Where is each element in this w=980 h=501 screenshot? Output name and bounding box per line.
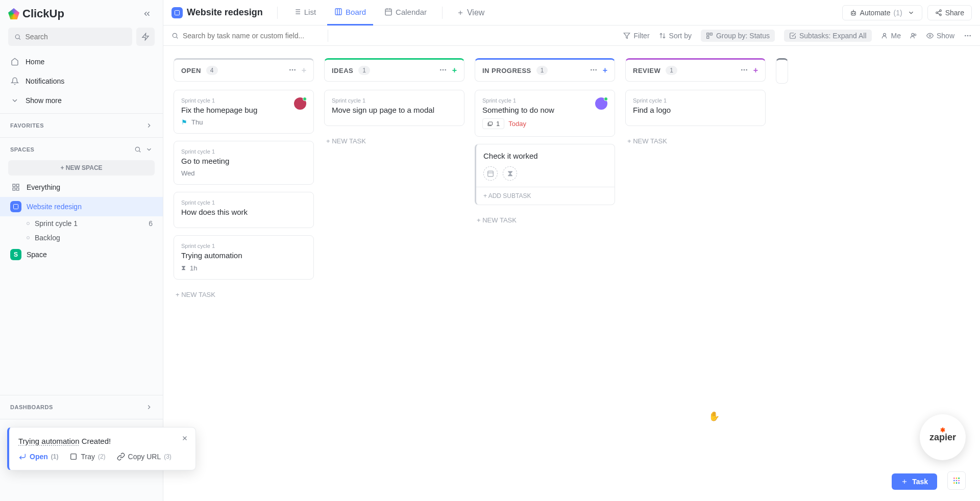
avatar[interactable] [595,97,607,110]
chevron-right-icon [145,122,153,129]
svg-point-63 [743,69,745,71]
subtask-card[interactable]: Check it worked ⧗ + ADD SUBTASK [475,144,615,205]
search-icon [172,32,179,39]
share-label: Share [945,9,964,17]
new-task-fab[interactable]: Task [892,473,937,490]
zapier-badge[interactable]: ✱ zapier [920,414,966,460]
svg-line-1 [19,38,20,39]
chevron-down-icon[interactable] [145,146,153,153]
date-button[interactable] [483,166,498,181]
show-button[interactable]: Show [926,32,954,40]
task-card[interactable]: Sprint cycle 1 Go to meeting Wed [174,141,314,185]
nav-home-label: Home [26,58,44,66]
card-tag: Sprint cycle 1 [181,148,306,155]
column-more-button[interactable] [590,66,598,75]
time-button[interactable]: ⧗ [503,166,517,181]
task-card[interactable]: Sprint cycle 1 Move sign up page to a mo… [324,90,464,126]
card-title: Go to meeting [181,157,306,165]
board[interactable]: OPEN 4 + Sprint cycle 1 Fix the homepage… [163,46,980,501]
task-card[interactable]: Sprint cycle 1 Find a logo [625,90,766,126]
list-icon [293,8,301,16]
new-space-button[interactable]: + NEW SPACE [8,160,155,176]
space-icon [10,201,21,212]
open-icon [18,453,27,461]
subtask-count[interactable]: 1 [482,118,504,129]
nav-show-more[interactable]: Show more [0,91,163,110]
dashboards-section[interactable]: DASHBOARDS [0,398,163,416]
column-add-button[interactable]: + [603,66,607,75]
home-icon [10,57,19,66]
task-card[interactable]: Sprint cycle 1 Fix the homepage bug ⚑Thu [174,90,314,134]
assignees-button[interactable] [910,32,917,39]
task-card[interactable]: Sprint cycle 1 Trying automation ⧗1h [174,235,314,280]
share-button[interactable]: Share [927,5,972,20]
spaces-section[interactable]: SPACES [0,141,163,158]
task-card[interactable]: Sprint cycle 1 How does this work [174,192,314,228]
add-column-button[interactable] [776,58,788,84]
sidebar-collapse-button[interactable] [139,6,155,21]
task-search-input[interactable] [183,32,315,40]
group-by-chip[interactable]: Group by: Status [701,30,775,42]
svg-point-32 [939,14,941,16]
sidebar-item-sprint-cycle-1[interactable]: Sprint cycle 1 6 [0,216,163,231]
svg-point-30 [939,10,941,12]
task-search[interactable] [172,32,315,40]
favorites-section[interactable]: FAVORITES [0,117,163,134]
svg-point-3 [135,147,139,151]
more-button[interactable] [964,32,972,40]
column-more-button[interactable] [288,66,297,75]
toast-task-name[interactable]: Trying automation [18,437,80,445]
ai-bolt-button[interactable] [136,28,155,46]
people-icon [910,32,917,39]
svg-point-76 [953,482,955,484]
sidebar-item-space[interactable]: S Space [0,245,163,264]
new-task-button[interactable]: + NEW TASK [174,287,314,303]
more-icon [964,32,972,40]
share-icon [935,9,942,16]
svg-point-45 [914,34,916,36]
avatar[interactable] [294,97,306,110]
new-task-button[interactable]: + NEW TASK [324,133,464,149]
new-task-button[interactable]: + NEW TASK [625,133,766,149]
tray-icon [69,453,78,461]
tab-calendar[interactable]: Calendar [377,0,434,26]
svg-point-71 [956,478,958,479]
add-view-button[interactable]: View [451,8,491,17]
nav-home[interactable]: Home [0,52,163,71]
sidebar-item-everything[interactable]: Everything [0,178,163,197]
spaces-label: SPACES [10,146,34,153]
apps-fab[interactable] [947,471,966,490]
toast-open-button[interactable]: Open (1) [18,453,58,461]
column-add-button[interactable]: + [753,66,758,75]
column-add-button[interactable]: + [452,66,457,75]
sidebar-search-input[interactable] [26,33,126,41]
svg-rect-42 [707,36,709,38]
logo[interactable]: ClickUp [8,7,64,20]
search-icon[interactable] [134,146,141,153]
automate-button[interactable]: Automate (1) [842,5,922,20]
filter-button[interactable]: Filter [623,32,649,40]
column-more-button[interactable] [740,66,748,75]
tab-board[interactable]: Board [327,0,373,26]
toast-copy-button[interactable]: Copy URL (3) [117,453,172,461]
column-more-button[interactable] [439,66,447,75]
column-add-button[interactable]: + [302,66,306,75]
sidebar-item-website-redesign[interactable]: Website redesign [0,197,163,216]
toast-close-button[interactable] [181,435,188,442]
svg-point-57 [593,69,594,71]
nav-notifications[interactable]: Notifications [0,71,163,91]
new-task-button[interactable]: + NEW TASK [475,212,615,228]
subtasks-chip[interactable]: Subtasks: Expand All [784,30,872,42]
sidebar-search[interactable] [8,28,132,46]
tab-list[interactable]: List [286,0,323,26]
plus-icon [457,9,464,16]
me-button[interactable]: Me [881,32,901,40]
sidebar-item-backlog[interactable]: Backlog [0,231,163,245]
tab-calendar-label: Calendar [396,8,427,16]
sort-button[interactable]: Sort by [659,32,692,40]
task-card[interactable]: Sprint cycle 1 Something to do now 1Toda… [475,90,615,137]
svg-point-74 [956,480,958,482]
robot-icon [850,9,857,16]
toast-tray-button[interactable]: Tray (2) [69,453,105,461]
add-subtask-button[interactable]: + ADD SUBTASK [476,187,615,205]
